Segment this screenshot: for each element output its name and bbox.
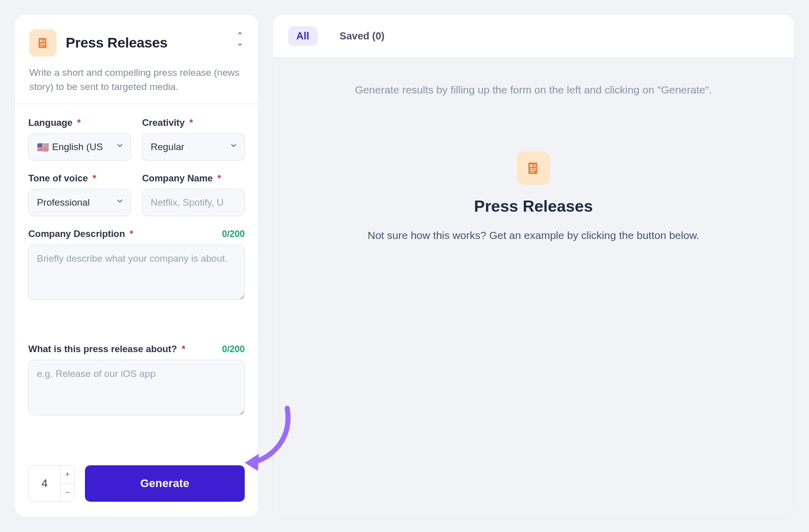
company-name-input[interactable] (142, 189, 245, 216)
language-select[interactable]: 🇺🇸English (US (28, 133, 131, 161)
svg-rect-8 (530, 165, 532, 167)
svg-rect-2 (43, 40, 46, 40)
language-field: Language * 🇺🇸English (US (28, 117, 131, 161)
tone-field: Tone of voice * Professional (28, 173, 131, 216)
creativity-select[interactable]: Regular (142, 133, 245, 161)
flag-icon: 🇺🇸 (37, 141, 49, 153)
quantity-value: 4 (29, 466, 60, 501)
svg-rect-12 (530, 170, 536, 171)
form-body: Language * 🇺🇸English (US Creativity * (15, 104, 258, 451)
svg-rect-13 (530, 172, 534, 173)
creativity-label: Creativity * (142, 117, 245, 128)
newspaper-icon (29, 29, 57, 57)
svg-rect-4 (40, 43, 46, 43)
about-field: What is this press release about? * 0/20… (28, 344, 245, 446)
tool-selector-icon[interactable]: ⌃⌃ (236, 33, 244, 43)
form-header: Press Releases ⌃⌃ Write a short and comp… (15, 15, 258, 104)
company-desc-field: Company Description * 0/200 (28, 228, 245, 331)
svg-rect-5 (40, 44, 46, 45)
quantity-decrease-button[interactable]: − (61, 483, 74, 502)
tab-all[interactable]: All (288, 26, 318, 46)
page-title: Press Releases (66, 35, 167, 51)
empty-state-title: Press Releases (474, 197, 593, 216)
quantity-increase-button[interactable]: + (61, 466, 74, 483)
company-name-label: Company Name * (142, 173, 245, 184)
company-desc-input[interactable] (28, 245, 245, 300)
company-name-field: Company Name * (142, 173, 245, 216)
about-count: 0/200 (222, 344, 245, 355)
generate-button[interactable]: Generate (85, 465, 245, 502)
language-label: Language * (28, 117, 131, 128)
svg-rect-6 (40, 46, 43, 46)
svg-rect-3 (43, 41, 46, 41)
results-tabs: All Saved (0) (273, 15, 794, 58)
svg-rect-9 (533, 165, 536, 166)
svg-rect-11 (530, 168, 536, 169)
company-desc-count: 0/200 (222, 229, 245, 239)
results-panel: All Saved (0) Generate results by fillin… (273, 15, 794, 517)
form-panel: Press Releases ⌃⌃ Write a short and comp… (15, 15, 258, 517)
about-input[interactable] (28, 360, 245, 415)
svg-rect-1 (40, 40, 42, 42)
results-hint: Generate results by filling up the form … (355, 84, 712, 96)
title-row: Press Releases ⌃⌃ (29, 29, 244, 57)
form-footer: 4 + − Generate (15, 451, 258, 517)
tone-select[interactable]: Professional (28, 189, 131, 216)
svg-rect-10 (533, 166, 536, 167)
company-desc-label: Company Description * 0/200 (28, 228, 245, 239)
page-description: Write a short and compelling press relea… (29, 66, 244, 93)
results-body: Generate results by filling up the form … (273, 58, 794, 517)
about-label: What is this press release about? * 0/20… (28, 344, 245, 355)
newspaper-icon (517, 152, 550, 185)
tone-label: Tone of voice * (28, 173, 131, 184)
empty-state: Press Releases Not sure how this works? … (368, 152, 699, 243)
quantity-stepper: 4 + − (28, 465, 75, 502)
tab-saved[interactable]: Saved (0) (332, 26, 393, 46)
creativity-field: Creativity * Regular (142, 117, 245, 161)
empty-state-text: Not sure how this works? Get an example … (368, 228, 699, 243)
